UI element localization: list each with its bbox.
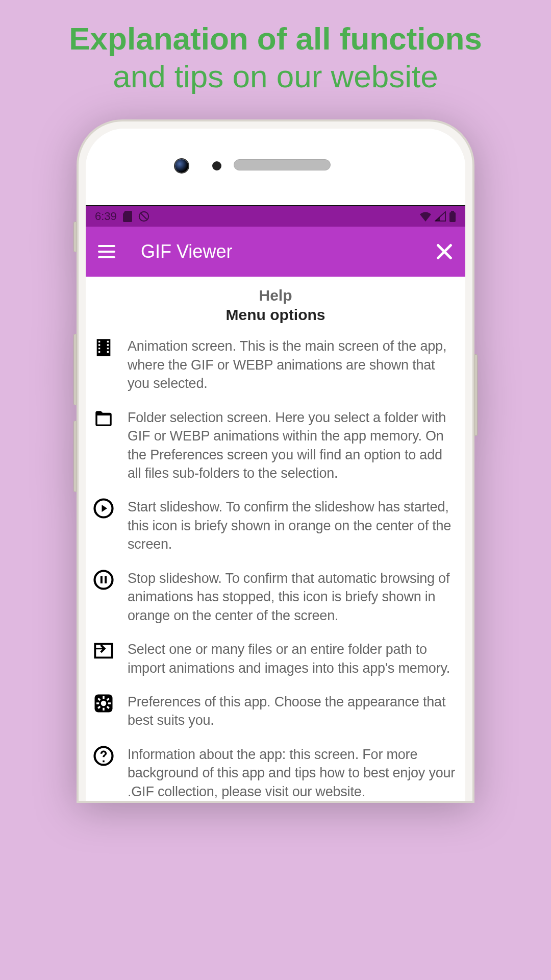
sd-card-icon (123, 211, 132, 222)
list-item: Animation screen. This is the main scree… (91, 337, 460, 393)
item-text: Start slideshow. To confirm the slidesho… (128, 498, 458, 553)
svg-point-9 (101, 701, 107, 706)
item-text: Information about the app: this screen. … (128, 745, 458, 801)
item-text: Preferences of this app. Choose the appe… (128, 693, 458, 730)
phone-speaker (234, 159, 331, 170)
close-button[interactable] (436, 243, 453, 260)
svg-rect-6 (101, 576, 103, 583)
wifi-icon (419, 211, 432, 222)
promo-line2: and tips on our website (10, 59, 541, 94)
svg-rect-2 (449, 212, 456, 222)
svg-rect-3 (451, 211, 454, 212)
help-content: Help Menu options Animation screen. This… (86, 277, 465, 801)
list-item: Information about the app: this screen. … (91, 745, 460, 801)
item-text: Folder selection screen. Here you select… (128, 408, 458, 483)
help-subtitle: Menu options (91, 306, 460, 324)
phone-camera (175, 159, 188, 173)
phone-sensor (212, 161, 221, 170)
dnd-icon (138, 211, 149, 222)
help-circle-icon (93, 745, 114, 767)
list-item: Select one or many files or an entire fo… (91, 640, 460, 677)
svg-rect-13 (108, 702, 111, 704)
statusbar: 6:39 (86, 206, 465, 227)
phone-mockup: 6:39 (77, 119, 474, 803)
help-title: Help (91, 287, 460, 304)
svg-point-5 (95, 571, 113, 589)
phone-side-button (474, 354, 478, 436)
play-circle-icon (93, 498, 114, 519)
item-text: Animation screen. This is the main scree… (128, 337, 458, 393)
list-item: Stop slideshow. To confirm that automati… (91, 569, 460, 625)
appbar: GIF Viewer (86, 227, 465, 277)
svg-line-1 (141, 214, 146, 219)
signal-icon (435, 211, 446, 222)
list-item: Start slideshow. To confirm the slidesho… (91, 498, 460, 553)
promo-line1: Explanation of all functions (10, 21, 541, 56)
svg-rect-11 (103, 708, 105, 710)
folder-icon (93, 408, 114, 430)
phone-bezel-top (86, 129, 465, 205)
app-title: GIF Viewer (141, 241, 436, 262)
battery-icon (449, 211, 456, 222)
menu-button[interactable] (98, 245, 115, 258)
svg-rect-7 (105, 576, 107, 583)
item-text: Stop slideshow. To confirm that automati… (128, 569, 458, 625)
statusbar-time: 6:39 (95, 210, 117, 223)
pause-circle-icon (93, 569, 114, 591)
settings-box-icon (93, 693, 114, 714)
list-item: Folder selection screen. Here you select… (91, 408, 460, 483)
promo-header: Explanation of all functions and tips on… (0, 0, 551, 119)
svg-rect-10 (103, 696, 105, 699)
app-screen: 6:39 (86, 205, 465, 801)
svg-rect-12 (96, 702, 99, 704)
film-icon (93, 337, 114, 358)
import-icon (93, 640, 114, 662)
item-text: Select one or many files or an entire fo… (128, 640, 458, 677)
list-item: Preferences of this app. Choose the appe… (91, 693, 460, 730)
